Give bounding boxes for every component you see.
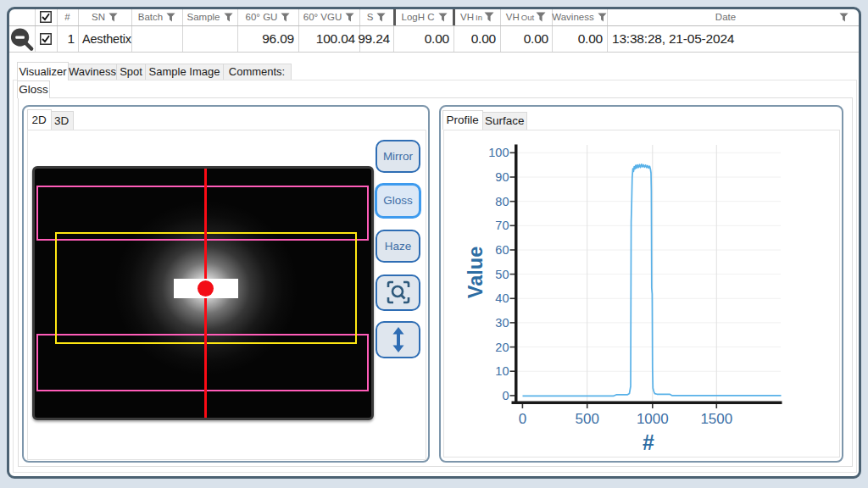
svg-text:1500: 1500 (700, 411, 732, 427)
svg-text:40: 40 (495, 291, 509, 305)
svg-text:20: 20 (495, 341, 509, 354)
svg-text:90: 90 (495, 170, 509, 184)
svg-text:70: 70 (495, 219, 509, 232)
svg-text:10: 10 (495, 364, 509, 378)
svg-text:0: 0 (519, 411, 526, 427)
svg-text:80: 80 (495, 195, 509, 208)
svg-text:100: 100 (488, 146, 509, 159)
svg-text:#: # (643, 430, 654, 454)
svg-text:0: 0 (502, 389, 509, 402)
svg-text:1000: 1000 (637, 411, 669, 427)
svg-text:Value: Value (465, 247, 487, 298)
svg-text:60: 60 (495, 243, 509, 257)
svg-text:50: 50 (495, 268, 509, 281)
svg-text:500: 500 (576, 411, 599, 427)
svg-text:30: 30 (495, 316, 509, 330)
